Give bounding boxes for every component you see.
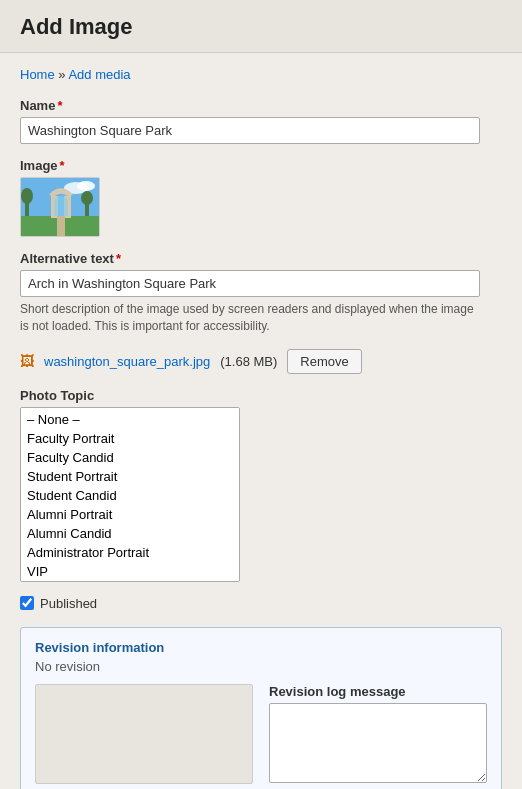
breadcrumb: Home » Add media — [20, 67, 502, 82]
option-student-portrait[interactable]: Student Portrait — [23, 467, 237, 486]
page-wrapper: Add Image Home » Add media Name* Image* — [0, 0, 522, 789]
svg-point-7 — [81, 191, 93, 205]
image-preview-svg — [21, 178, 100, 237]
revision-row: Revision log message Briefly describe th… — [35, 684, 487, 789]
breadcrumb-home-link[interactable]: Home — [20, 67, 55, 82]
revision-title: Revision information — [35, 640, 487, 655]
name-input[interactable] — [20, 117, 480, 144]
file-link[interactable]: washington_square_park.jpg — [44, 354, 210, 369]
alt-text-input[interactable] — [20, 270, 480, 297]
file-size: (1.68 MB) — [220, 354, 277, 369]
svg-rect-10 — [57, 216, 65, 237]
photo-topic-field-group: Photo Topic – None – Faculty Portrait Fa… — [20, 388, 502, 582]
name-field-group: Name* — [20, 98, 502, 144]
revision-no: No revision — [35, 659, 487, 674]
published-checkbox[interactable] — [20, 596, 34, 610]
alt-text-description: Short description of the image used by s… — [20, 301, 480, 335]
name-required: * — [57, 98, 62, 113]
revision-textarea-area: Revision log message Briefly describe th… — [269, 684, 487, 789]
page-title: Add Image — [20, 14, 502, 40]
page-header: Add Image — [0, 0, 522, 53]
revision-log-label: Revision log message — [269, 684, 487, 699]
alt-text-label: Alternative text* — [20, 251, 502, 266]
option-faculty-candid[interactable]: Faculty Candid — [23, 448, 237, 467]
content-area: Home » Add media Name* Image* — [0, 53, 522, 789]
breadcrumb-add-media-link[interactable]: Add media — [68, 67, 130, 82]
option-none[interactable]: – None – — [23, 410, 237, 429]
option-alumni-portrait[interactable]: Alumni Portrait — [23, 505, 237, 524]
revision-box: Revision information No revision Revisio… — [20, 627, 502, 789]
image-field-group: Image* — [20, 158, 502, 237]
breadcrumb-separator: » — [55, 67, 69, 82]
svg-point-5 — [21, 188, 33, 204]
option-admin-portrait[interactable]: Administrator Portrait — [23, 543, 237, 562]
revision-empty-area — [35, 684, 253, 784]
remove-button[interactable]: Remove — [287, 349, 361, 374]
image-required: * — [60, 158, 65, 173]
revision-left — [35, 684, 253, 789]
svg-point-2 — [77, 181, 95, 191]
photo-topic-label: Photo Topic — [20, 388, 502, 403]
alt-text-field-group: Alternative text* Short description of t… — [20, 251, 502, 335]
option-faculty-portrait[interactable]: Faculty Portrait — [23, 429, 237, 448]
alt-text-required: * — [116, 251, 121, 266]
published-section: Published — [20, 596, 502, 611]
photo-topic-select[interactable]: – None – Faculty Portrait Faculty Candid… — [20, 407, 240, 582]
image-preview — [20, 177, 100, 237]
file-icon: 🖼 — [20, 353, 34, 369]
option-alumni-candid[interactable]: Alumni Candid — [23, 524, 237, 543]
photo-topic-listbox-container: – None – Faculty Portrait Faculty Candid… — [20, 407, 240, 582]
image-label: Image* — [20, 158, 502, 173]
revision-log-textarea[interactable] — [269, 703, 487, 783]
published-label[interactable]: Published — [40, 596, 97, 611]
option-campus-exterior[interactable]: Campus Exterior — [23, 581, 237, 582]
file-info: 🖼 washington_square_park.jpg (1.68 MB) R… — [20, 349, 502, 374]
option-vip[interactable]: VIP — [23, 562, 237, 581]
name-label: Name* — [20, 98, 502, 113]
option-student-candid[interactable]: Student Candid — [23, 486, 237, 505]
